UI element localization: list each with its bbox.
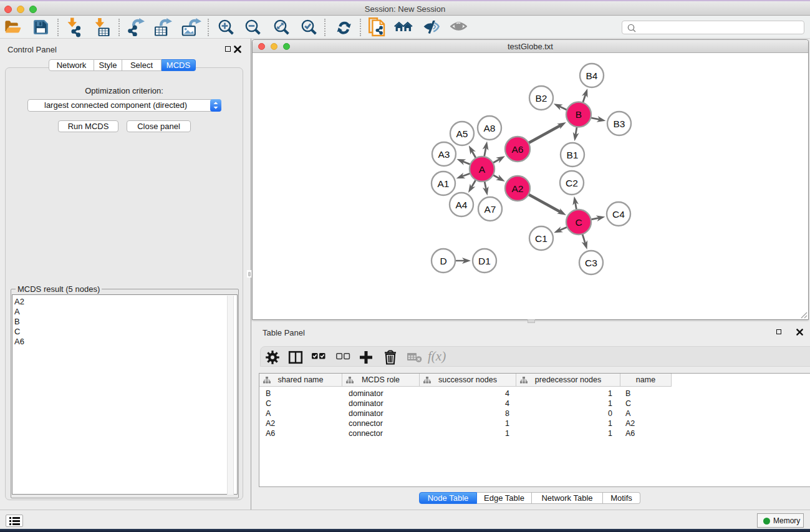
svg-text:B: B (576, 109, 582, 120)
svg-text:C2: C2 (566, 178, 578, 188)
svg-text:C: C (575, 217, 582, 228)
svg-text:B4: B4 (586, 70, 598, 81)
svg-text:B2: B2 (536, 93, 547, 104)
svg-text:A5: A5 (456, 128, 468, 139)
svg-text:B3: B3 (614, 118, 625, 129)
svg-text:A1: A1 (438, 178, 450, 189)
svg-text:A7: A7 (485, 204, 496, 215)
svg-text:A6: A6 (512, 144, 524, 155)
svg-text:A: A (479, 164, 486, 175)
svg-text:C3: C3 (585, 258, 597, 268)
svg-text:A8: A8 (484, 123, 496, 133)
svg-text:A4: A4 (456, 200, 468, 210)
svg-text:C1: C1 (535, 233, 547, 244)
svg-text:C4: C4 (612, 209, 625, 220)
svg-text:A2: A2 (512, 183, 524, 194)
svg-text:D: D (440, 256, 446, 266)
svg-text:D1: D1 (478, 256, 491, 266)
svg-text:B1: B1 (567, 150, 579, 160)
svg-text:A3: A3 (438, 149, 450, 160)
